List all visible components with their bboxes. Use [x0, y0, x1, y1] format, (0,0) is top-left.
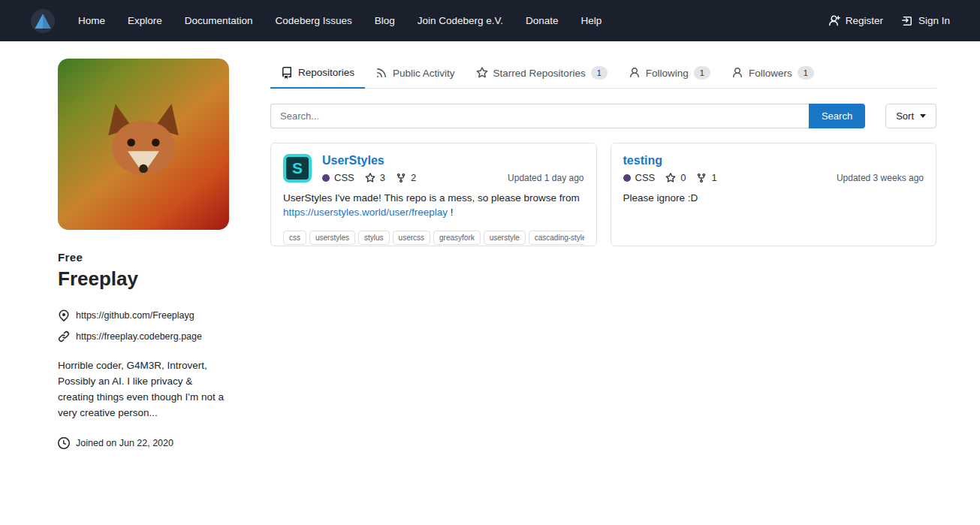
- star-icon: [665, 173, 676, 183]
- language-label: CSS: [334, 172, 354, 183]
- person-icon: [731, 67, 743, 79]
- profile-joined-text: Joined on Jun 22, 2020: [76, 438, 173, 448]
- navbar: Home Explore Documentation Codeberg Issu…: [0, 0, 980, 41]
- fork-count: 2: [411, 172, 416, 183]
- profile-username: Freeplay: [58, 267, 229, 291]
- nav-item-documentation[interactable]: Documentation: [173, 0, 264, 41]
- repo-topics: css userstyles stylus usercss greasyfork…: [283, 231, 584, 245]
- language-dot: [623, 174, 631, 182]
- search-input-group: Search: [270, 104, 865, 128]
- fork-count: 1: [711, 172, 716, 183]
- location-pin-icon: [58, 309, 70, 321]
- star-count: 0: [680, 172, 686, 183]
- register-label: Register: [846, 15, 883, 26]
- person-plus-icon: [828, 15, 840, 27]
- repo-description-text: UserStyles I've made! This repo is a mes…: [283, 192, 580, 204]
- profile-website-github-text: https://github.com/Freeplayg: [76, 310, 194, 321]
- sort-label: Sort: [896, 110, 914, 122]
- repo-updated: Updated 3 weeks ago: [837, 173, 924, 183]
- nav-item-home[interactable]: Home: [67, 0, 116, 41]
- profile-website-github[interactable]: https://github.com/Freeplayg: [58, 309, 229, 321]
- followers-count-badge: 1: [798, 66, 814, 80]
- star-count: 3: [380, 172, 385, 183]
- tab-public-activity[interactable]: Public Activity: [365, 59, 466, 88]
- repo-search-row: Search Sort: [270, 104, 936, 128]
- search-input[interactable]: [270, 104, 809, 128]
- profile-website-page[interactable]: https://freeplay.codeberg.page: [58, 330, 229, 342]
- repo-card-userstyles: S UserStyles CSS 3: [270, 143, 597, 246]
- starred-count-badge: 1: [591, 66, 608, 80]
- clock-icon: [58, 437, 70, 449]
- repo-card-testing: testing CSS 0 1: [611, 143, 937, 246]
- register-button[interactable]: Register: [828, 15, 883, 27]
- repo-meta: CSS 0 1: [623, 172, 723, 183]
- following-count-badge: 1: [694, 66, 710, 80]
- search-button[interactable]: Search: [809, 104, 865, 128]
- repo-avatar-userstyles[interactable]: S: [283, 154, 312, 183]
- repository-list: S UserStyles CSS 3: [270, 143, 936, 246]
- nav-item-blog[interactable]: Blog: [363, 0, 406, 41]
- profile-full-name: Free: [58, 251, 229, 264]
- topic-tag[interactable]: greasyfork: [433, 231, 481, 245]
- repo-avatar-letter: S: [292, 159, 303, 177]
- nav-item-join-codeberg[interactable]: Join Codeberg e.V.: [406, 0, 514, 41]
- link-icon: [58, 330, 70, 342]
- sign-in-icon: [901, 15, 913, 27]
- profile-website-page-text: https://freeplay.codeberg.page: [76, 331, 202, 342]
- repo-link-testing[interactable]: testing: [623, 154, 723, 167]
- repo-description-text: Please ignore :D: [623, 192, 698, 204]
- tab-following[interactable]: Following 1: [618, 59, 721, 88]
- nav-item-donate[interactable]: Donate: [514, 0, 570, 41]
- topic-tag[interactable]: cascading-style-sheets: [529, 231, 584, 245]
- language-label: CSS: [635, 172, 656, 183]
- nav-item-explore[interactable]: Explore: [116, 0, 173, 41]
- fork-icon: [396, 173, 406, 183]
- repo-description-end: !: [451, 207, 454, 218]
- profile-bio: Horrible coder, G4M3R, Introvert, Possib…: [58, 358, 229, 421]
- repo-description-link[interactable]: https://userstyles.world/user/freeplay: [283, 207, 448, 218]
- main-content: Repositories Public Activity Starred Rep…: [270, 59, 936, 449]
- avatar[interactable]: [58, 59, 229, 230]
- sort-dropdown-button[interactable]: Sort: [885, 104, 936, 128]
- tab-followers-label: Followers: [749, 68, 792, 79]
- tab-starred-repositories[interactable]: Starred Repositories 1: [466, 59, 618, 88]
- profile-tabs: Repositories Public Activity Starred Rep…: [270, 59, 936, 89]
- repo-updated: Updated 1 day ago: [508, 173, 583, 183]
- tab-repositories-label: Repositories: [298, 67, 354, 78]
- codeberg-mountain-icon: [31, 9, 55, 33]
- star-icon: [476, 67, 488, 79]
- topic-tag[interactable]: css: [283, 231, 306, 245]
- person-icon: [629, 67, 641, 79]
- tab-repositories[interactable]: Repositories: [270, 59, 365, 89]
- chevron-down-icon: [920, 114, 926, 118]
- repo-description: Please ignore :D: [623, 192, 924, 206]
- repo-meta: CSS 3 2: [322, 172, 422, 183]
- nav-item-help[interactable]: Help: [570, 0, 614, 41]
- profile-joined: Joined on Jun 22, 2020: [58, 437, 229, 449]
- language-dot: [322, 174, 330, 182]
- rss-icon: [375, 67, 387, 79]
- sign-in-button[interactable]: Sign In: [901, 15, 950, 27]
- tab-public-activity-label: Public Activity: [393, 68, 455, 79]
- topic-tag[interactable]: userstyle: [484, 231, 526, 245]
- topic-tag[interactable]: stylus: [358, 231, 390, 245]
- topic-tag[interactable]: usercss: [393, 231, 430, 245]
- star-icon: [365, 173, 375, 183]
- fox-image: [91, 92, 196, 197]
- topic-tag[interactable]: userstyles: [309, 231, 355, 245]
- repo-icon: [281, 67, 293, 79]
- codeberg-logo[interactable]: [31, 9, 55, 33]
- tab-starred-label: Starred Repositories: [493, 68, 586, 79]
- repo-description: UserStyles I've made! This repo is a mes…: [283, 192, 584, 220]
- nav-item-codeberg-issues[interactable]: Codeberg Issues: [264, 0, 363, 41]
- fork-icon: [696, 173, 707, 183]
- sign-in-label: Sign In: [918, 15, 950, 26]
- tab-followers[interactable]: Followers 1: [721, 59, 825, 88]
- repo-link-userstyles[interactable]: UserStyles: [322, 154, 422, 167]
- tab-following-label: Following: [646, 68, 689, 79]
- profile-sidebar: Free Freeplay https://github.com/Freepla…: [58, 59, 229, 449]
